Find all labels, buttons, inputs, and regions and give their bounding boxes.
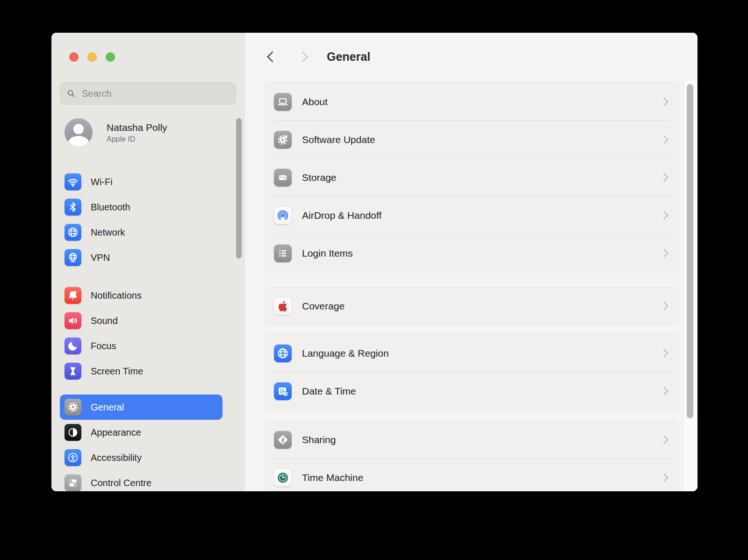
settings-row-label: Language & Region [302,348,661,359]
settings-row-label: Login Items [302,248,661,259]
general-icon [65,399,81,416]
settings-row-software-update[interactable]: Software Update [266,121,678,158]
settings-row-label: Sharing [302,434,661,445]
sidebar-nav: Wi-FiBluetoothNetworkVPNNotificationsSou… [60,169,223,491]
settings-row-login-items[interactable]: Login Items [266,234,678,272]
settings-row-label: Storage [302,172,661,183]
sidebar-item-label: VPN [91,252,110,263]
system-settings-window: Natasha Polly Apple ID Wi-FiBluetoothNet… [51,33,698,491]
settings-row-storage[interactable]: Storage [266,158,678,196]
profile-name: Natasha Polly [107,122,167,134]
settings-group-card: AboutSoftware UpdateStorageAirDrop & Han… [265,82,679,273]
screen-time-icon [65,363,81,380]
sidebar-item-screen-time[interactable]: Screen Time [60,359,223,384]
chevron-right-icon [660,387,668,395]
sidebar-item-bluetooth[interactable]: Bluetooth [60,194,223,220]
profile-subtitle: Apple ID [107,135,167,144]
chevron-right-icon [660,173,668,181]
main-pane: General AboutSoftware UpdateStorageAirDr… [245,33,698,491]
sidebar-item-network[interactable]: Network [60,220,223,245]
sidebar-item-wi-fi[interactable]: Wi-Fi [60,169,223,194]
chevron-right-icon [297,51,308,62]
settings-row-time-machine[interactable]: Time Machine [266,459,678,491]
chevron-right-icon [660,302,668,310]
apple-id-profile[interactable]: Natasha Polly Apple ID [65,118,167,146]
sidebar: Natasha Polly Apple ID Wi-FiBluetoothNet… [51,33,245,491]
desktop-background: Natasha Polly Apple ID Wi-FiBluetoothNet… [0,0,748,560]
settings-group-card: Coverage [265,287,679,325]
sidebar-scrollbar-thumb[interactable] [236,118,242,258]
chevron-right-icon [660,211,668,219]
sidebar-item-label: Sound [91,316,118,326]
settings-row-about[interactable]: About [266,83,678,121]
sidebar-group: NotificationsSoundFocusScreen Time [60,283,223,384]
sidebar-item-appearance[interactable]: Appearance [60,420,223,445]
sidebar-group: Wi-FiBluetoothNetworkVPN [60,169,223,270]
minimize-button[interactable] [87,52,97,62]
sidebar-item-label: General [91,402,124,413]
sidebar-item-control-centre[interactable]: Control Centre [60,470,223,491]
accessibility-icon [65,449,81,466]
settings-row-airdrop-handoff[interactable]: AirDrop & Handoff [266,196,678,234]
time-machine-icon [274,469,292,487]
settings-group-card: Language & RegionDate & Time [265,334,679,410]
avatar [65,118,93,146]
settings-list: AboutSoftware UpdateStorageAirDrop & Han… [265,82,679,491]
control-centre-icon [65,474,81,491]
settings-row-language-region[interactable]: Language & Region [266,334,678,372]
page-title: General [327,50,370,64]
sidebar-item-sound[interactable]: Sound [60,308,223,333]
sound-icon [65,312,81,329]
sidebar-item-accessibility[interactable]: Accessibility [60,445,223,470]
sidebar-item-general[interactable]: General [60,395,223,420]
zoom-button[interactable] [106,52,115,62]
settings-row-date-time[interactable]: Date & Time [266,372,678,410]
main-scrollbar-track[interactable] [683,81,698,491]
sidebar-group: GeneralAppearanceAccessibilityControl Ce… [60,395,223,491]
sidebar-item-label: Control Centre [91,478,151,488]
sidebar-item-label: Appearance [91,427,141,438]
language-region-icon [274,345,292,362]
sidebar-item-label: Wi-Fi [91,177,113,187]
date-time-icon [274,382,292,400]
focus-icon [65,337,81,354]
main-scrollbar-thumb[interactable] [687,84,693,418]
chevron-right-icon [660,97,668,106]
about-icon [274,93,292,111]
settings-row-label: Date & Time [302,386,661,397]
chevron-right-icon [660,135,668,144]
back-button[interactable] [264,50,278,64]
sidebar-item-notifications[interactable]: Notifications [60,283,223,308]
appearance-icon [65,424,81,441]
login-items-icon [274,244,292,262]
sidebar-item-label: Accessibility [91,452,142,463]
settings-group-card: SharingTime Machine [265,420,679,491]
sidebar-item-label: Network [91,227,125,238]
sidebar-item-vpn[interactable]: VPN [60,245,223,270]
chevron-right-icon [660,473,668,481]
airdrop-icon [274,207,292,224]
network-icon [65,224,81,241]
settings-row-label: Time Machine [302,472,661,483]
settings-row-coverage[interactable]: Coverage [266,287,678,325]
sidebar-item-label: Focus [91,341,116,352]
forward-button[interactable] [297,50,311,64]
sidebar-item-label: Notifications [91,290,142,301]
close-button[interactable] [69,52,79,62]
chevron-right-icon [660,349,668,357]
sidebar-item-label: Bluetooth [91,202,130,213]
sidebar-item-focus[interactable]: Focus [60,333,223,359]
search-input[interactable] [81,88,230,100]
settings-row-label: Software Update [302,134,661,145]
coverage-icon [274,297,292,315]
settings-row-sharing[interactable]: Sharing [266,421,678,459]
chevron-right-icon [660,249,668,257]
settings-row-label: AirDrop & Handoff [302,210,661,221]
window-controls [69,52,115,62]
search-field[interactable] [60,82,236,105]
wifi-icon [65,173,81,190]
storage-icon [274,169,292,187]
sidebar-item-label: Screen Time [91,366,143,377]
settings-row-label: About [302,96,661,108]
notifications-icon [65,287,81,304]
